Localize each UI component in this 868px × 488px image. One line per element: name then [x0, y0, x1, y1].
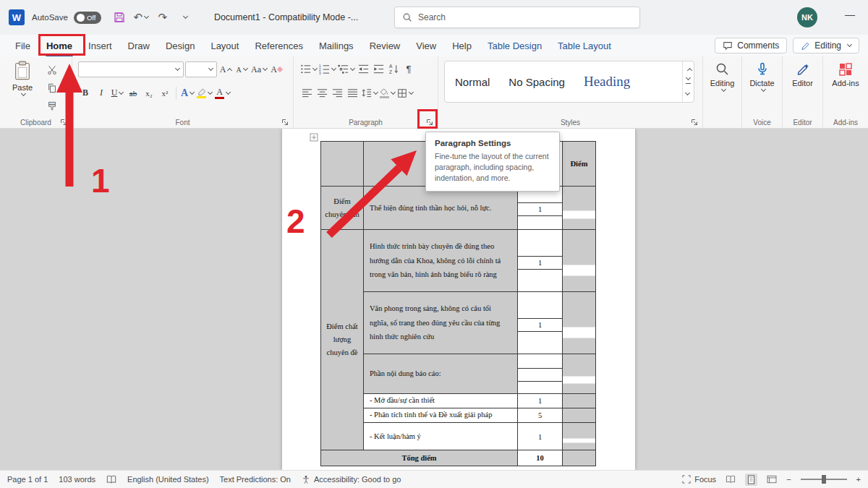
copy-button[interactable] — [45, 80, 59, 95]
align-right-button[interactable] — [330, 85, 344, 100]
font-dialog-launcher[interactable] — [281, 116, 290, 125]
styles-dialog-launcher[interactable] — [691, 116, 699, 125]
font-color-button[interactable]: A — [214, 85, 231, 100]
bullets-button[interactable] — [299, 61, 318, 77]
font-name-combo[interactable] — [78, 61, 184, 77]
addins-button[interactable]: Add-ins — [823, 62, 868, 87]
tab-references[interactable]: References — [247, 35, 310, 56]
table-cell-quality-desc-3[interactable]: - Mở đầu/sự cần thiết — [364, 394, 518, 408]
table-cell-attendance-value[interactable]: 1 — [518, 187, 563, 230]
word-logo[interactable]: W — [9, 9, 25, 25]
tab-review[interactable]: Review — [362, 35, 409, 56]
style-no-spacing[interactable]: No Spacing — [509, 76, 565, 88]
table-cell-quality-value-2[interactable] — [518, 354, 563, 394]
print-layout-button[interactable] — [745, 474, 757, 486]
tab-mailings[interactable]: Mailings — [311, 35, 362, 56]
zoom-out-button[interactable]: − — [786, 475, 791, 484]
borders-button[interactable] — [396, 85, 414, 100]
highlight-button[interactable] — [196, 85, 213, 100]
style-normal[interactable]: Normal — [455, 76, 490, 88]
table-cell-blank[interactable] — [321, 142, 364, 187]
grow-font-button[interactable]: A — [218, 62, 233, 77]
style-heading[interactable]: Heading — [584, 74, 630, 90]
table-cell-score[interactable] — [563, 292, 596, 354]
redo-button[interactable]: ↷ — [153, 8, 172, 27]
word-count[interactable]: 103 words — [59, 475, 95, 484]
editing-button[interactable]: Editing — [703, 62, 741, 91]
text-predictions[interactable]: Text Predictions: On — [220, 475, 291, 484]
table-cell-total-value[interactable]: 10 — [518, 450, 563, 466]
strikethrough-button[interactable]: ab — [126, 85, 140, 100]
tab-insert[interactable]: Insert — [80, 35, 120, 56]
align-center-button[interactable] — [315, 85, 329, 100]
format-painter-button[interactable] — [45, 98, 59, 114]
table-cell-score[interactable] — [563, 450, 596, 466]
cut-button[interactable] — [45, 62, 59, 77]
focus-button[interactable]: Focus — [682, 475, 716, 484]
tab-table-layout[interactable]: Table Layout — [550, 35, 619, 56]
zoom-slider[interactable] — [801, 479, 847, 480]
clear-formatting-button[interactable]: A — [269, 62, 284, 77]
read-mode-button[interactable] — [726, 475, 736, 484]
table-cell-quality-desc-1[interactable]: Văn phong trong sáng, không có câu tối n… — [364, 292, 518, 354]
sort-button[interactable]: AZ — [386, 61, 401, 77]
subscript-button[interactable]: x₂ — [142, 85, 156, 100]
multilevel-list-button[interactable] — [337, 61, 355, 77]
font-size-combo[interactable] — [185, 61, 217, 77]
justify-button[interactable] — [345, 85, 359, 100]
table-cell-attendance-label[interactable]: Điểm chuyên cần — [321, 187, 364, 230]
align-left-button[interactable] — [299, 85, 314, 100]
table-cell-quality-label[interactable]: Điểm chất lượng chuyên đề — [321, 230, 364, 450]
change-case-button[interactable]: Aa — [250, 62, 268, 77]
accessibility-status[interactable]: Accessibility: Good to go — [302, 475, 401, 484]
table-cell-score[interactable] — [563, 230, 596, 292]
table-cell-score[interactable] — [563, 408, 596, 423]
table-cell-quality-desc-2[interactable]: Phần nội dung báo cáo: — [364, 354, 518, 394]
table-cell-quality-desc-4[interactable]: - Phân tích tình thế và Đề xuất giải phá… — [364, 408, 518, 423]
undo-button[interactable]: ↶ — [132, 8, 150, 27]
table-cell-quality-value-3[interactable]: 1 — [518, 394, 563, 408]
styles-gallery-scroll[interactable] — [682, 61, 694, 102]
shading-button[interactable] — [379, 85, 396, 100]
web-layout-button[interactable] — [767, 475, 777, 484]
search-box[interactable]: Search — [394, 7, 640, 28]
increase-indent-button[interactable] — [371, 61, 386, 77]
table-cell-score[interactable] — [563, 187, 596, 230]
underline-button[interactable]: U — [110, 85, 124, 100]
table-cell-quality-desc-0[interactable]: Hình thức trình bày chuyên đề đúng theo … — [364, 230, 518, 292]
tab-layout[interactable]: Layout — [203, 35, 247, 56]
tab-file[interactable]: File — [7, 35, 38, 56]
shrink-font-button[interactable]: A — [234, 62, 249, 77]
table-cell-quality-value-4[interactable]: 5 — [518, 408, 563, 423]
editing-mode-button[interactable]: Editing — [793, 38, 859, 53]
tab-home[interactable]: Home — [38, 35, 80, 56]
clipboard-dialog-launcher[interactable] — [60, 116, 69, 125]
italic-button[interactable]: I — [94, 85, 109, 100]
tab-draw[interactable]: Draw — [120, 35, 158, 56]
table-cell-attendance-desc[interactable]: Thể hiện đúng tinh thần học hỏi, nỗ lực. — [364, 187, 518, 230]
show-hide-marks-button[interactable]: ¶ — [401, 61, 416, 77]
numbering-button[interactable]: 123 — [318, 61, 336, 77]
paste-button[interactable]: Paste — [7, 61, 38, 114]
dictate-button[interactable]: Dictate — [742, 62, 782, 91]
table-cell-score[interactable] — [563, 354, 596, 394]
table-move-handle[interactable] — [310, 132, 318, 145]
autosave-toggle[interactable]: Off — [74, 12, 101, 24]
language-indicator[interactable]: English (United States) — [127, 475, 209, 484]
tab-table-design[interactable]: Table Design — [480, 35, 550, 56]
table-cell-total-label[interactable]: Tổng điểm — [321, 450, 518, 466]
text-effects-button[interactable]: A — [180, 85, 195, 100]
table-cell-quality-value-5[interactable]: 1 — [518, 423, 563, 450]
proofing-status[interactable] — [106, 475, 116, 484]
decrease-indent-button[interactable] — [356, 61, 370, 77]
zoom-slider-thumb[interactable] — [822, 475, 826, 484]
table-cell-score[interactable] — [563, 423, 596, 450]
save-button[interactable] — [110, 8, 129, 27]
minimize-button[interactable]: — — [845, 9, 855, 20]
bold-button[interactable]: B — [78, 85, 93, 100]
table-cell-score[interactable] — [563, 394, 596, 408]
tab-view[interactable]: View — [408, 35, 444, 56]
tab-design[interactable]: Design — [158, 35, 203, 56]
zoom-in-button[interactable]: + — [856, 475, 861, 484]
account-avatar[interactable]: NK — [797, 7, 817, 27]
